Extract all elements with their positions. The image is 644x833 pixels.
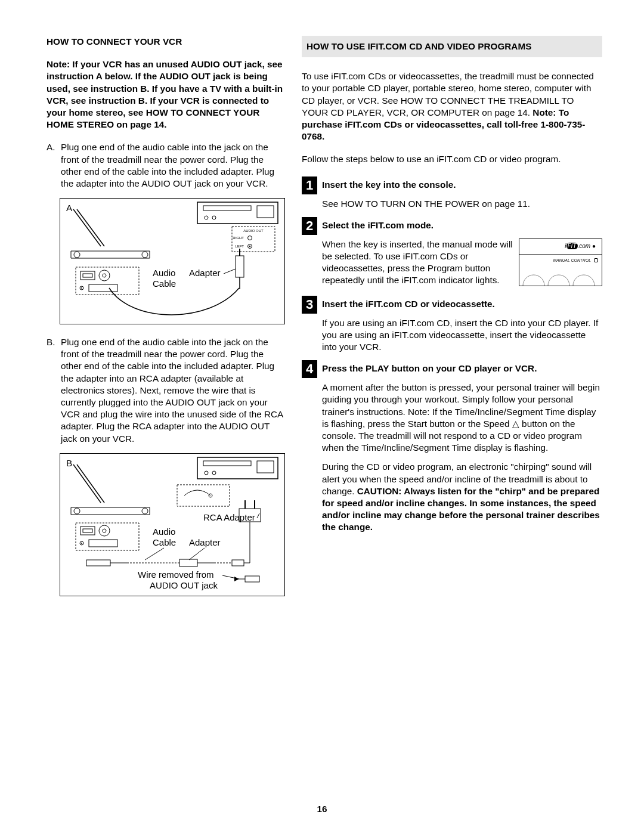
step-1-num: 1 bbox=[302, 176, 317, 194]
svg-point-45 bbox=[99, 525, 110, 536]
svg-point-22 bbox=[81, 287, 82, 289]
svg-line-39 bbox=[77, 465, 104, 503]
step-4-num: 4 bbox=[302, 360, 317, 378]
diagram-b-illustration: RCA Adapter Audio Cable Adapter Wire rem… bbox=[60, 454, 284, 596]
svg-text:AUDIO OUT jack: AUDIO OUT jack bbox=[150, 580, 218, 590]
svg-text:LEFT: LEFT bbox=[235, 244, 244, 248]
page-number: 16 bbox=[0, 803, 644, 815]
svg-point-19 bbox=[99, 270, 110, 281]
console-display: iFIT.com ● MANUAL CONTROL bbox=[519, 239, 602, 286]
step-3-body: If you are using an iFIT.com CD, insert … bbox=[322, 317, 602, 354]
svg-text:Cable: Cable bbox=[153, 278, 176, 289]
svg-text:Audio: Audio bbox=[153, 268, 175, 278]
step-2-body: iFIT.com ● MANUAL CONTROL When the key i… bbox=[322, 239, 602, 289]
step-4-body-1: A moment after the button is pressed, yo… bbox=[322, 382, 602, 454]
console-topbar: iFIT.com ● bbox=[519, 239, 602, 255]
svg-rect-61 bbox=[245, 576, 259, 582]
svg-text:Wire removed from: Wire removed from bbox=[138, 569, 214, 580]
svg-rect-44 bbox=[83, 529, 92, 532]
svg-rect-53 bbox=[179, 559, 197, 566]
svg-point-11 bbox=[249, 246, 250, 247]
step-2-title: Select the iFIT.com mode. bbox=[322, 217, 602, 235]
follow-text: Follow the steps below to use an iFIT.co… bbox=[302, 153, 602, 165]
manual-control-label: MANUAL CONTROL bbox=[553, 258, 591, 264]
svg-line-12 bbox=[73, 209, 101, 246]
instruction-a-text: Plug one end of the audio cable into the… bbox=[61, 141, 285, 190]
right-heading: HOW TO USE IFIT.COM CD AND VIDEO PROGRAM… bbox=[302, 36, 602, 57]
svg-rect-49 bbox=[89, 540, 117, 547]
svg-point-8 bbox=[248, 236, 252, 240]
indicator-dot-icon bbox=[594, 258, 598, 262]
diagram-b: B bbox=[60, 453, 285, 596]
left-column: HOW TO CONNECT YOUR VCR Note: If your VC… bbox=[47, 36, 285, 809]
svg-rect-0 bbox=[197, 202, 278, 224]
console-arcs-icon bbox=[519, 271, 603, 286]
svg-rect-18 bbox=[83, 274, 92, 277]
svg-text:Cable: Cable bbox=[153, 537, 176, 547]
svg-rect-24 bbox=[236, 256, 244, 277]
step-4-title: Press the PLAY button on your CD player … bbox=[322, 360, 602, 378]
step-4: 4 Press the PLAY button on your CD playe… bbox=[302, 360, 602, 378]
step-4-body2-bold: CAUTION: Always listen for the "chirp" a… bbox=[322, 486, 600, 532]
svg-text:RIGHT: RIGHT bbox=[233, 236, 244, 240]
left-heading: HOW TO CONNECT YOUR VCR bbox=[47, 36, 285, 48]
instruction-b: B. Plug one end of the audio cable into … bbox=[47, 336, 285, 445]
step-4-body-2: During the CD or video program, an elect… bbox=[322, 461, 602, 533]
letter-b: B. bbox=[47, 336, 61, 445]
svg-line-30 bbox=[224, 269, 236, 274]
svg-line-69 bbox=[189, 548, 205, 560]
svg-text:Adapter: Adapter bbox=[189, 537, 221, 547]
step-1: 1 Insert the key into the console. bbox=[302, 176, 602, 194]
letter-a: A. bbox=[47, 141, 61, 190]
svg-point-20 bbox=[103, 274, 106, 277]
svg-rect-36 bbox=[177, 485, 230, 506]
svg-rect-23 bbox=[89, 284, 117, 292]
svg-text:RCA Adapter: RCA Adapter bbox=[203, 512, 255, 522]
instruction-b-text: Plug one end of the audio cable into the… bbox=[61, 336, 285, 445]
step-3-num: 3 bbox=[302, 296, 317, 314]
step-2-num: 2 bbox=[302, 217, 317, 235]
step-3: 3 Insert the iFIT.com CD or videocassett… bbox=[302, 296, 602, 314]
svg-point-46 bbox=[103, 529, 106, 532]
svg-text:AUDIO OUT: AUDIO OUT bbox=[243, 229, 264, 233]
intro-paragraph: To use iFIT.com CDs or videocassettes, t… bbox=[302, 70, 602, 143]
svg-text:Audio: Audio bbox=[153, 527, 175, 537]
diagram-a: A AUDIO OUT RIGHT LEFT bbox=[60, 198, 285, 324]
diagram-a-illustration: AUDIO OUT RIGHT LEFT bbox=[60, 199, 284, 324]
svg-rect-31 bbox=[197, 457, 278, 479]
right-column: HOW TO USE IFIT.COM CD AND VIDEO PROGRAM… bbox=[302, 36, 602, 809]
step-1-title: Insert the key into the console. bbox=[322, 176, 602, 194]
step-3-title: Insert the iFIT.com CD or videocassette. bbox=[322, 296, 602, 314]
svg-line-68 bbox=[145, 548, 164, 560]
svg-rect-50 bbox=[86, 560, 110, 566]
svg-rect-59 bbox=[232, 560, 244, 566]
ifit-logo-icon: iFIT.com ● bbox=[565, 242, 596, 250]
svg-point-48 bbox=[81, 543, 82, 544]
left-note: Note: If your VCR has an unused AUDIO OU… bbox=[47, 58, 285, 131]
svg-line-38 bbox=[73, 465, 101, 503]
svg-line-13 bbox=[77, 209, 104, 246]
step-1-body: See HOW TO TURN ON THE POWER on page 11. bbox=[322, 198, 602, 210]
svg-marker-73 bbox=[234, 577, 239, 581]
step-2: 2 Select the iFIT.com mode. bbox=[302, 217, 602, 235]
svg-text:Adapter: Adapter bbox=[189, 268, 221, 278]
svg-rect-42 bbox=[76, 523, 139, 550]
instruction-a: A. Plug one end of the audio cable into … bbox=[47, 141, 285, 190]
step-2-body-text: When the key is inserted, the manual mod… bbox=[322, 239, 513, 286]
